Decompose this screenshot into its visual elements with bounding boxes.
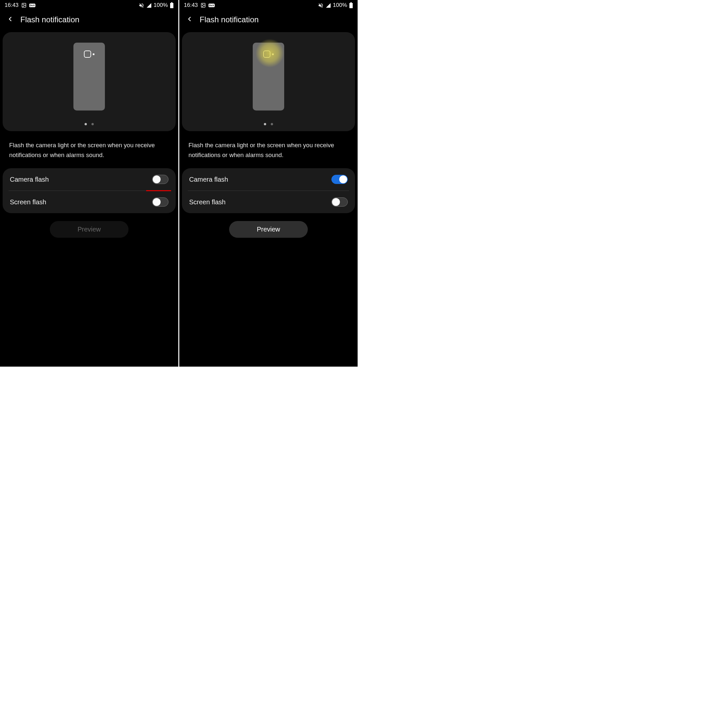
phone-screen-left: 16:43 DeX 100% Flash notification [0,0,178,367]
pager-dots[interactable] [85,123,94,125]
preview-button-wrap: Preview [0,221,178,238]
phone-illustration [253,42,284,111]
screen-flash-row[interactable]: Screen flash [188,190,349,213]
signal-icon [325,3,331,8]
svg-point-5 [202,4,203,5]
page-title: Flash notification [200,15,259,24]
back-icon[interactable] [186,15,193,24]
battery-icon [349,2,353,8]
settings-group: Camera flash Screen flash [182,168,355,213]
illustration-card [182,32,355,131]
signal-icon [146,3,152,8]
camera-flash-row[interactable]: Camera flash [182,168,355,190]
gallery-icon [21,3,26,8]
pager-dot-1[interactable] [271,123,273,125]
status-left: 16:43 DeX [4,2,35,9]
dex-icon: DeX [29,4,36,7]
page-title: Flash notification [20,15,79,24]
description-text: Flash the camera light or the screen whe… [0,131,178,168]
status-bar: 16:43 DeX 100% [179,0,357,9]
camera-flash-row[interactable]: Camera flash [3,168,176,190]
svg-rect-6 [349,3,353,8]
battery-percent: 100% [333,2,347,9]
phone-screen-right: 16:43 DeX 100% Flash notification [179,0,357,367]
screen-flash-toggle[interactable] [152,197,168,207]
illustration-card [3,32,176,131]
phone-illustration [73,42,105,111]
camera-flash-toggle[interactable] [152,175,168,184]
preview-button[interactable]: Preview [50,221,128,238]
pager-dot-0[interactable] [85,123,87,125]
settings-group: Camera flash Screen flash [3,168,176,213]
screen-flash-toggle[interactable] [331,197,348,207]
svg-rect-3 [171,2,172,3]
battery-icon [170,2,174,8]
mute-icon [139,3,144,8]
screen-flash-row[interactable]: Screen flash [9,190,170,213]
description-text: Flash the camera light or the screen whe… [179,131,357,168]
camera-flash-label: Camera flash [10,176,49,183]
camera-flash-toggle[interactable] [331,175,348,184]
gallery-icon [201,3,206,8]
page-header: Flash notification [0,9,178,32]
camera-dot-icon [272,53,274,55]
status-right: 100% [318,2,353,9]
status-time: 16:43 [184,2,198,9]
mute-icon [318,3,324,8]
status-time: 16:43 [4,2,19,9]
annotation-underline [146,190,171,191]
dex-icon: DeX [209,4,215,7]
pager-dots[interactable] [264,123,273,125]
pager-dot-0[interactable] [264,123,266,125]
battery-percent: 100% [154,2,168,9]
pager-dot-1[interactable] [92,123,94,125]
camera-outline-icon [84,51,91,58]
svg-rect-2 [170,3,174,8]
svg-point-1 [23,4,23,5]
status-bar: 16:43 DeX 100% [0,0,178,9]
status-right: 100% [139,2,174,9]
back-icon[interactable] [7,15,14,24]
preview-button[interactable]: Preview [229,221,308,238]
camera-dot-icon [93,53,95,55]
screen-flash-label: Screen flash [10,199,46,206]
page-header: Flash notification [179,9,357,32]
camera-outline-icon [263,51,270,58]
status-left: 16:43 DeX [184,2,215,9]
svg-rect-7 [350,2,352,3]
camera-flash-label: Camera flash [189,176,228,183]
screen-flash-label: Screen flash [189,199,226,206]
preview-button-wrap: Preview [179,221,357,238]
